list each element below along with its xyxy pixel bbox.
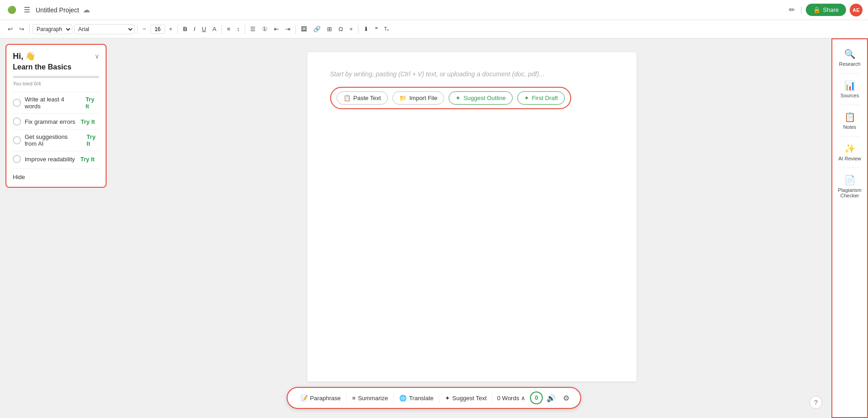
translate-icon: 🌐 — [399, 395, 407, 402]
insert-image-button[interactable]: 🖼 — [299, 24, 309, 34]
indent-button[interactable]: ⇥ — [283, 24, 293, 34]
right-divider-1 — [839, 73, 860, 74]
summarize-label: Summarize — [358, 395, 388, 402]
check-circle-3 — [13, 155, 21, 163]
outdent-button[interactable]: ⇤ — [272, 24, 281, 34]
settings-button[interactable]: ⚙ — [559, 392, 573, 404]
chevron-down-icon[interactable]: ∨ — [95, 53, 99, 60]
first-draft-label: First Draft — [532, 95, 558, 101]
tutorial-item-2: Get suggestions from AI Try It — [13, 129, 99, 151]
paste-icon: 📋 — [343, 95, 351, 101]
editor-card[interactable]: Start by writing, pasting (Ctrl + V) tex… — [307, 52, 637, 381]
first-draft-button[interactable]: ✦ First Draft — [517, 91, 565, 105]
undo-button[interactable]: ↩ — [5, 24, 15, 34]
ai-review-label: AI Review — [838, 156, 861, 161]
greeting-section: Hi, 👋 — [13, 51, 35, 61]
download-button[interactable]: ⬇ — [361, 24, 371, 34]
underline-button[interactable]: U — [199, 24, 208, 34]
right-divider-3 — [839, 136, 860, 137]
center-editor-area[interactable]: Start by writing, pasting (Ctrl + V) tex… — [112, 38, 831, 418]
paste-text-button[interactable]: 📋 Paste Text — [337, 91, 388, 105]
translate-button[interactable]: 🌐 Translate — [394, 393, 439, 403]
try-it-button-0[interactable]: Try It — [86, 96, 99, 110]
greeting-text: Hi, — [13, 52, 23, 61]
special-char-button[interactable]: Ω — [336, 24, 345, 34]
edit-button[interactable]: ✏ — [787, 4, 797, 16]
right-panel-item-ai-review[interactable]: ✨ AI Review — [832, 138, 867, 166]
redo-button[interactable]: ↪ — [17, 24, 27, 34]
plagiarism-icon: 📄 — [844, 175, 856, 185]
insert-link-button[interactable]: 🔗 — [311, 24, 323, 34]
suggest-outline-button[interactable]: ✦ Suggest Outline — [449, 91, 513, 105]
translate-label: Translate — [409, 395, 434, 402]
try-it-button-1[interactable]: Try It — [81, 118, 95, 125]
bullet-list-button[interactable]: ☰ — [248, 24, 258, 34]
text-color-button[interactable]: A — [210, 24, 219, 34]
chevron-up-icon: ∧ — [521, 395, 525, 402]
insert-table-button[interactable]: ⊞ — [325, 24, 334, 34]
line-spacing-button[interactable]: ↕ — [235, 24, 242, 34]
document-title: Untitled Project — [36, 6, 79, 14]
paraphrase-button[interactable]: 📝 Paraphrase — [295, 393, 347, 403]
tutorial-card: Hi, 👋 ∨ Learn the Basics You tried 0/4 W… — [5, 44, 107, 188]
right-panel-item-notes[interactable]: 📋 Notes — [832, 107, 867, 134]
top-bar: 🟢 ☰ Untitled Project ☁ ✏ | 🔒 Share AE — [0, 0, 868, 20]
toolbar-divider-4 — [221, 25, 222, 34]
font-family-select[interactable]: Arial Times New Roman Helvetica — [74, 24, 134, 34]
tutorial-header: Hi, 👋 ∨ — [13, 51, 99, 61]
bold-button[interactable]: B — [181, 24, 189, 34]
right-panel-item-plagiarism[interactable]: 📄 Plagiarism Checker — [832, 170, 867, 203]
summarize-button[interactable]: ≡ Summarize — [347, 393, 394, 403]
tutorial-item-text-1: Fix grammar errors — [25, 118, 75, 125]
editor-quick-actions: 📋 Paste Text 📁 Import File ✦ Suggest Out… — [330, 87, 571, 109]
toolbar-divider-7 — [358, 25, 359, 34]
hand-wave-icon: 👋 — [25, 52, 35, 61]
top-bar-right: ✏ | 🔒 Share AE — [787, 4, 863, 16]
lock-icon: 🔒 — [813, 6, 820, 13]
align-button[interactable]: ≡ — [225, 24, 233, 34]
cite-button[interactable]: ❝ — [373, 25, 380, 33]
paraphrase-label: Paraphrase — [310, 395, 341, 402]
suggest-outline-icon: ✦ — [455, 95, 461, 101]
suggest-text-label: Suggest Text — [452, 395, 487, 402]
toolbar-divider-3 — [177, 25, 178, 34]
insert-more-button[interactable]: + — [347, 24, 355, 34]
words-label: 0 Words — [497, 395, 519, 402]
share-button[interactable]: 🔒 Share — [806, 4, 846, 16]
top-bar-left: 🟢 ☰ Untitled Project ☁ — [5, 4, 783, 16]
format-button[interactable]: Tₐ — [382, 25, 391, 33]
notes-label: Notes — [843, 124, 857, 130]
suggest-text-button[interactable]: ✦ Suggest Text — [439, 393, 493, 403]
help-button[interactable]: ? — [809, 396, 822, 409]
try-it-button-2[interactable]: Try It — [86, 133, 99, 147]
try-it-button-3[interactable]: Try It — [80, 156, 95, 163]
sources-icon: 📊 — [844, 80, 856, 91]
right-panel-item-research[interactable]: 🔍 Research — [832, 44, 867, 71]
edit-divider: | — [800, 6, 802, 14]
speaker-button[interactable]: 🔊 — [543, 392, 559, 404]
font-size-input[interactable] — [150, 25, 165, 34]
italic-button[interactable]: I — [192, 24, 198, 34]
right-panel-item-sources[interactable]: 📊 Sources — [832, 75, 867, 103]
toolbar-divider-5 — [245, 25, 245, 34]
progress-bar-background — [13, 76, 99, 78]
cloud-save-icon: ☁ — [83, 5, 90, 14]
app-logo-button[interactable]: 🟢 — [5, 4, 18, 16]
font-size-decrease-button[interactable]: − — [140, 24, 149, 34]
paraphrase-icon: 📝 — [300, 395, 308, 402]
first-draft-icon: ✦ — [524, 95, 529, 101]
menu-button[interactable]: ☰ — [22, 4, 32, 16]
tutorial-item-text-3: Improve readability — [25, 156, 75, 163]
numbered-list-button[interactable]: ① — [260, 24, 270, 34]
word-count-badge: 0 — [530, 392, 543, 404]
font-size-increase-button[interactable]: + — [167, 24, 175, 34]
main-area: Hi, 👋 ∨ Learn the Basics You tried 0/4 W… — [0, 38, 868, 418]
paragraph-style-select[interactable]: Paragraph Heading 1 Heading 2 — [32, 24, 72, 34]
right-divider-2 — [839, 105, 860, 105]
tutorial-item-1: Fix grammar errors Try It — [13, 113, 99, 129]
import-file-label: Import File — [409, 95, 437, 101]
import-file-button[interactable]: 📁 Import File — [392, 91, 444, 105]
tutorial-item-text-0: Write at least 4 words — [25, 96, 80, 110]
tutorial-item-text-2: Get suggestions from AI — [25, 133, 81, 147]
hide-button[interactable]: Hide — [13, 169, 99, 180]
